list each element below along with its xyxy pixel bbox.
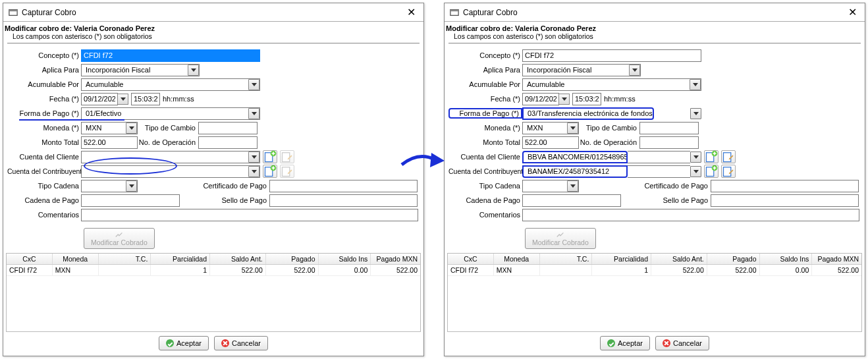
- cuenta-contribuyente-select[interactable]: [81, 165, 260, 178]
- chevron-down-icon[interactable]: [690, 108, 701, 119]
- window-title: Capturar Cobro: [463, 8, 846, 17]
- noop-input[interactable]: [639, 136, 699, 149]
- svg-rect-7: [283, 167, 290, 177]
- add-cliente-button[interactable]: [704, 150, 719, 163]
- label-monto: Monto Total: [448, 138, 522, 146]
- cuenta-cliente-select[interactable]: BBVA BANCOMER/0125489652: [522, 151, 628, 163]
- concepto-input[interactable]: [81, 49, 260, 62]
- comentarios-input[interactable]: [522, 209, 859, 221]
- label-cert: Certificado de Pago: [579, 182, 711, 190]
- aplica-select[interactable]: Incorporación Fiscal: [522, 64, 641, 76]
- footer: Aceptar Cancelar: [3, 332, 423, 356]
- moneda-select[interactable]: MXN: [81, 122, 138, 134]
- label-hhmmss: hh:mm:ss: [604, 95, 636, 103]
- moneda-select[interactable]: MXN: [522, 122, 579, 134]
- hora-input[interactable]: [572, 93, 601, 105]
- chevron-down-icon[interactable]: [188, 65, 199, 76]
- app-icon: [9, 8, 18, 17]
- chevron-down-icon[interactable]: [567, 180, 578, 192]
- fecha-input[interactable]: [522, 93, 559, 105]
- aceptar-button[interactable]: Aceptar: [600, 336, 650, 350]
- th-par: Parcialidad: [151, 254, 210, 264]
- tipocambio-input[interactable]: [639, 122, 699, 134]
- chevron-down-icon[interactable]: [248, 166, 259, 177]
- th-par: Parcialidad: [592, 254, 651, 264]
- acumulable-select[interactable]: Acumulable: [81, 78, 260, 91]
- add-contribuyente-button[interactable]: [263, 165, 277, 178]
- label-tipocambio: Tipo de Cambio: [138, 124, 198, 132]
- chevron-down-icon[interactable]: [690, 79, 701, 90]
- aplica-select[interactable]: Incorporación Fiscal: [81, 64, 200, 76]
- label-ccte: Cuenta del Cliente: [448, 153, 522, 161]
- th-sal: Saldo Ant.: [210, 254, 266, 264]
- subtitle-note: Los campos con asterisco (*) son obligat…: [13, 32, 418, 40]
- th-pag: Pagado: [266, 254, 319, 264]
- subheader: Modificar cobro de: Valeria Coronado Per…: [445, 22, 865, 41]
- cancelar-button[interactable]: Cancelar: [655, 336, 709, 350]
- table-header: CxC Moneda T.C. Parcialidad Saldo Ant. P…: [7, 254, 420, 265]
- add-contribuyente-button[interactable]: [704, 165, 719, 178]
- close-icon[interactable]: ✕: [404, 6, 418, 18]
- th-tc: T.C.: [99, 254, 151, 264]
- edit-cliente-button: [280, 150, 294, 163]
- chevron-down-icon[interactable]: [248, 79, 259, 90]
- table-row[interactable]: CFDI f72 MXN 1 522.00 522.00 0.00 522.00: [7, 265, 420, 276]
- concepto-input[interactable]: [522, 49, 701, 62]
- th-mon: Moneda: [494, 254, 540, 264]
- cert-input[interactable]: [711, 180, 859, 192]
- tipocadena-select[interactable]: [81, 180, 138, 192]
- edit-contribuyente-button[interactable]: [721, 165, 736, 178]
- svg-rect-1: [9, 9, 17, 11]
- chevron-down-icon[interactable]: [248, 152, 259, 163]
- close-icon[interactable]: ✕: [846, 6, 859, 18]
- svg-rect-4: [283, 153, 290, 162]
- cuenta-contribuyente-select[interactable]: BANAMEX/24587935412: [522, 165, 628, 178]
- label-acumulable: Acumulable Por: [7, 80, 81, 88]
- chevron-down-icon[interactable]: [629, 65, 640, 76]
- noop-input[interactable]: [198, 136, 258, 149]
- grid: CxC Moneda T.C. Parcialidad Saldo Ant. P…: [447, 253, 862, 332]
- edit-contribuyente-button: [280, 165, 294, 178]
- th-ins: Saldo Ins: [760, 254, 813, 264]
- edit-cliente-button[interactable]: [721, 150, 736, 163]
- calendar-button[interactable]: [558, 94, 570, 105]
- th-cxc: CxC: [448, 254, 494, 264]
- cadena-input[interactable]: [522, 194, 621, 207]
- calendar-button[interactable]: [117, 94, 128, 105]
- chevron-down-icon[interactable]: [248, 108, 259, 119]
- cancelar-button[interactable]: Cancelar: [214, 336, 268, 350]
- comentarios-input[interactable]: [81, 209, 418, 221]
- chevron-down-icon[interactable]: [690, 166, 701, 177]
- th-ins: Saldo Ins: [319, 254, 371, 264]
- add-cliente-button[interactable]: [263, 150, 277, 163]
- fecha-input[interactable]: [81, 93, 118, 105]
- aceptar-button[interactable]: Aceptar: [159, 336, 209, 350]
- chevron-down-icon[interactable]: [690, 152, 701, 163]
- tipocambio-input[interactable]: [198, 122, 258, 134]
- forma-pago-select[interactable]: 01/Efectivo: [81, 107, 260, 120]
- hora-input[interactable]: [131, 93, 160, 105]
- sello-input[interactable]: [269, 194, 418, 207]
- subheader: Modificar cobro de: Valeria Coronado Per…: [3, 22, 423, 41]
- label-ccte: Cuenta del Cliente: [7, 153, 81, 161]
- cadena-input[interactable]: [81, 194, 180, 207]
- th-pag: Pagado: [707, 254, 760, 264]
- label-acumulable: Acumulable Por: [448, 80, 522, 88]
- monto-input[interactable]: [522, 136, 579, 149]
- app-icon: [450, 8, 459, 17]
- chevron-down-icon[interactable]: [126, 123, 137, 134]
- monto-input[interactable]: [81, 136, 138, 149]
- chevron-down-icon[interactable]: [567, 123, 578, 134]
- sello-input[interactable]: [711, 194, 859, 207]
- forma-pago-select[interactable]: 03/Transferencia electrónica de fondos: [522, 107, 654, 120]
- acumulable-select[interactable]: Acumulable: [522, 78, 701, 91]
- tipocadena-select[interactable]: [522, 180, 579, 192]
- cuenta-cliente-select[interactable]: [81, 151, 260, 163]
- subtitle-note: Los campos con asterisco (*) son obligat…: [454, 32, 859, 40]
- cert-input[interactable]: [269, 180, 418, 192]
- label-concepto: Concepto (*): [448, 51, 522, 59]
- table-row[interactable]: CFDI f72 MXN 1 522.00 522.00 0.00 522.00: [448, 265, 861, 276]
- chevron-down-icon[interactable]: [126, 180, 137, 192]
- label-moneda: Moneda (*): [448, 124, 522, 132]
- th-tc: T.C.: [540, 254, 593, 264]
